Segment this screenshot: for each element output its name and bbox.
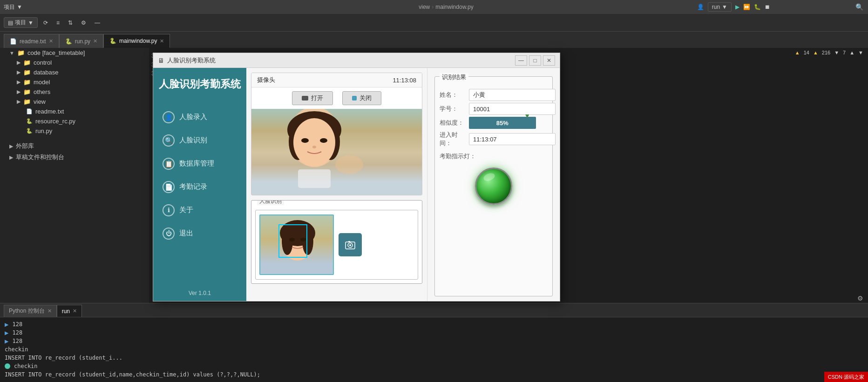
green-light-indicator [475,168,512,205]
tab-run-close[interactable]: ✕ [93,38,97,44]
project-selector[interactable]: ▤ 项目 ▼ [4,17,38,28]
toolbar-settings[interactable]: ⚙ [78,19,89,27]
tab-readme[interactable]: 📄 readme.txt ✕ [4,34,59,48]
breadcrumb-sep1: › [432,4,434,10]
camera-close-btn[interactable]: 关闭 [342,91,381,105]
sidebar-item-others[interactable]: ▶ 📁 others [0,87,149,97]
console-icon-3: ▶ [5,337,8,345]
camera-feed [251,109,422,195]
version-text: Ver 1.0.1 [189,290,211,296]
id-input[interactable] [469,103,556,115]
face-section-content [255,210,418,280]
result-name-row: 姓名： [440,89,548,101]
toolbar-align[interactable]: ≡ [54,19,62,27]
popup-close-btn[interactable]: ✕ [543,55,555,66]
similarity-arrow: ▼ [524,112,530,120]
sidebar-item-external[interactable]: ▶ 外部库 [0,141,149,152]
popup-left-nav: 人脸识别考勤系统 👤 人脸录入 🔍 人脸识别 📋 数据库管理 📄 考勤记录 ℹ … [153,68,246,301]
indicator-section: 考勤指示灯： [440,152,548,205]
console-text-3: 128 [12,337,22,345]
nav-item-db-manage[interactable]: 📋 数据库管理 [153,152,246,175]
console-tab-run-close[interactable]: ✕ [73,308,77,314]
sidebar-item-resource[interactable]: 🐍 resource_rc.py [0,116,149,126]
tab-readme-close[interactable]: ✕ [49,38,53,44]
face-capture-btn[interactable] [339,233,362,256]
sidebar-view-label: view [34,98,46,105]
play-icon[interactable]: ▶ [735,4,739,10]
top-right-icons: 🔍 [851,0,868,14]
toolbar-minimize-panel[interactable]: — [92,19,103,27]
warning-strip: ▲ 14 ▲ 216 ▼ 7 ▲ ▼ [790,48,868,57]
popup-minimize-btn[interactable]: — [515,55,527,66]
tab-run-icon: 🐍 [65,38,72,45]
console-line-4: checkin [5,345,863,354]
model-arrow: ▶ [17,79,20,85]
attendance-icon: 📄 [163,181,175,193]
svg-rect-21 [348,241,350,242]
nav-item-face-recognize[interactable]: 🔍 人脸识别 [153,129,246,152]
tab-mainwindow-close[interactable]: ✕ [160,38,164,44]
sidebar-item-readme[interactable]: 📄 readme.txt [0,107,149,116]
toolbar-sync[interactable]: ⟳ [41,19,51,27]
sidebar-item-database[interactable]: ▶ 📁 database [0,67,149,77]
popup-controls: — □ ✕ [515,55,555,66]
scroll-down[interactable]: ▼ [858,50,863,55]
sidebar-item-drafts[interactable]: ▶ 草稿文件和控制台 [0,152,149,163]
similarity-value: 85% [496,120,509,127]
time-input[interactable] [469,133,556,145]
console-icon-1: ▶ [5,320,8,328]
nav-item-face-enroll[interactable]: 👤 人脸录入 [153,106,246,129]
console-text-2: 128 [12,328,22,337]
readme-file-icon: 📄 [26,108,33,114]
camera-open-label: 打开 [311,94,323,102]
stop-icon[interactable]: ⏹ [765,4,770,10]
camera-time: 11:13:08 [393,77,416,84]
console-icon-2: ▶ [5,328,8,337]
sidebar-run-label: run.py [35,127,52,134]
debug-icon[interactable]: 🐛 [754,4,761,10]
console-tab-python[interactable]: Python 控制台 ✕ [4,305,57,317]
face-thumbnail [259,214,334,275]
svg-point-5 [301,138,309,143]
nav-item-attendance[interactable]: 📄 考勤记录 [153,175,246,199]
sidebar-item-model[interactable]: ▶ 📁 model [0,77,149,87]
camera-open-btn[interactable]: 打开 [292,91,333,105]
console-line-7: INSERT INTO re_record (student_id,name,c… [5,370,863,379]
tab-run[interactable]: 🐍 run.py ✕ [59,34,103,48]
nav-label-about: 关于 [179,206,193,214]
project-selector-label: ▤ [8,20,13,26]
console-text-5: INSERT INTO re_record (student_i... [5,354,122,362]
name-label: 姓名： [440,91,465,99]
sidebar-resource-label: resource_rc.py [35,118,75,125]
console-line-3: ▶ 128 [5,337,863,345]
console-tab-run[interactable]: run ✕ [57,305,82,317]
resource-file-icon: 🐍 [26,118,33,124]
sidebar-item-view[interactable]: ▶ 📁 view [0,97,149,107]
sidebar-item-run[interactable]: 🐍 run.py [0,126,149,136]
run-button[interactable]: run ▼ [708,2,732,12]
name-input[interactable] [469,89,556,101]
nav-item-exit[interactable]: ⏻ 退出 [153,222,246,245]
tab-mainwindow[interactable]: 🐍 mainwindow.py ✕ [103,34,170,48]
database-folder-icon: 📁 [23,69,31,76]
root-folder-icon: 📁 [17,49,25,56]
console-settings-icon[interactable]: ⚙ [857,295,863,302]
sidebar-root[interactable]: ▼ 📁 code [face_timetable] [0,48,149,58]
face-thumb-img [260,215,333,274]
console-tab-python-close[interactable]: ✕ [47,308,52,314]
step-icon[interactable]: ⏩ [743,4,750,10]
file-tabs: 📄 readme.txt ✕ 🐍 run.py ✕ 🐍 mainwindow.p… [0,32,868,48]
face-recognize-icon: 🔍 [163,134,175,147]
nav-item-about[interactable]: ℹ 关于 [153,199,246,222]
search-icon[interactable]: 🔍 [855,3,863,11]
camera-open-icon [302,96,308,101]
about-icon: ℹ [163,204,175,216]
sidebar-item-control[interactable]: ▶ 📁 control [0,58,149,67]
project-dropdown[interactable]: 项目 ▼ [4,3,22,11]
toolbar-sort[interactable]: ⇅ [65,19,75,27]
scroll-up[interactable]: ▲ [849,50,854,55]
console-content: ▶ 128 ▶ 128 ▶ 128 checkin INSERT INTO re… [0,317,868,382]
popup-maximize-btn[interactable]: □ [529,55,541,66]
console-text-7: INSERT INTO re_record (student_id,name,c… [5,370,260,379]
camera-section: 摄像头 11:13:08 打开 关闭 [251,73,422,195]
